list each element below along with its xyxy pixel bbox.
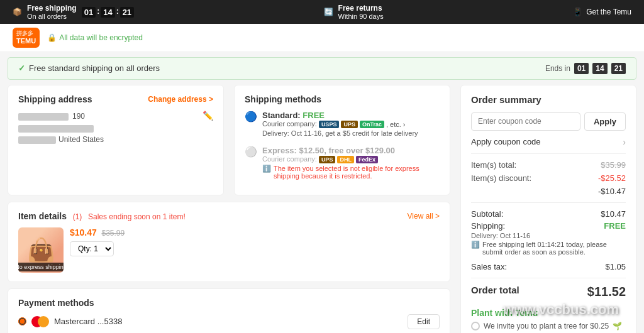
shipping-address-title: Shipping address Change address > (18, 94, 213, 104)
shipping-methods-title: Shipping methods (245, 94, 440, 104)
item-pricing: $10.47 $35.99 (70, 227, 440, 237)
timer-minutes: 14 (101, 7, 114, 18)
radio-unselected-icon: ⚪ (245, 146, 257, 180)
mastercard-icon (31, 316, 49, 327)
order-summary-card: Order summary Apply Apply coupon code › … (460, 85, 636, 333)
qty-select[interactable]: Qty: 1 Qty: 2 Qty: 3 (70, 241, 114, 256)
plant-option[interactable]: We invite you to plant a tree for $0.25 … (471, 322, 626, 330)
item-original-price: $35.99 (101, 229, 125, 237)
payment-methods-title: Payment methods (18, 298, 440, 308)
banner-timer-s: 21 (611, 63, 626, 74)
items-discount-line: Item(s) discount: -$25.52 (471, 173, 626, 183)
order-total-label: Order total (471, 285, 519, 299)
ups-tag2: UPS (319, 156, 336, 163)
items-total-value: $35.99 (601, 160, 626, 170)
change-address-link[interactable]: Change address > (148, 95, 213, 104)
divider1 (471, 202, 626, 203)
standard-label: Standard: FREE (262, 111, 418, 120)
ends-in: Ends in 01 14 21 (545, 63, 626, 74)
country: United States (58, 134, 104, 146)
subtotal-value: $10.47 (601, 209, 626, 219)
shipping-methods-card: Shipping methods 🔵 Standard: FREE Courie… (234, 85, 450, 195)
top-bar-app: 📱 Get the Temu (573, 8, 631, 16)
no-express-badge: No express shipping (18, 263, 64, 271)
shipping-address-card: Shipping address Change address > 190 (8, 85, 224, 195)
shipping-value: FREE (604, 221, 626, 231)
top-bar-shipping: 📦 Free shipping On all orders 01 : 14 : … (13, 4, 134, 20)
order-total-value: $11.52 (587, 285, 626, 299)
sub-discount-line: -$10.47 (471, 187, 626, 196)
coupon-link[interactable]: Apply coupon code › (471, 137, 626, 154)
address-info: 190 United States (18, 111, 104, 146)
chevron-right-icon: › (623, 137, 626, 147)
express-label: Express: $12.50, free over $129.00 (262, 146, 440, 155)
apply-button[interactable]: Apply (584, 112, 626, 131)
address-row: 190 United States ✏️ (18, 111, 213, 146)
item-image: 👜 No express shipping (18, 227, 64, 273)
tree-emoji: 🌱 (613, 322, 622, 330)
plant-radio[interactable] (471, 322, 480, 330)
items-discount-value: -$25.52 (598, 173, 626, 183)
info-icon: ℹ️ (471, 241, 480, 249)
plant-title: Plant with Temu (471, 308, 626, 318)
express-courier: Courier company: UPS DHL FedEx (262, 155, 440, 163)
blurred-addr1 (18, 125, 94, 133)
shipping-banner-text: Free standard shipping on all orders (29, 63, 160, 73)
plant-description: We invite you to plant a tree for $0.25 (484, 322, 609, 330)
free-shipping-note: ℹ️ Free shipping left 01:14:21 today, pl… (471, 241, 626, 256)
ontrac-tag: OnTrac (360, 121, 384, 128)
item-info: $10.47 $35.99 Qty: 1 Qty: 2 Qty: 3 (70, 227, 440, 256)
fedex-tag: FedEx (356, 156, 378, 163)
address-edit-icon[interactable]: ✏️ (203, 111, 213, 121)
encrypt-badge: 🔒 All data will be encrypted (47, 33, 143, 42)
sales-tax-line: Sales tax: $1.05 (471, 262, 626, 271)
item-details-title: Item details (1) Sales ending soon on 1 … (18, 211, 186, 221)
subtotal-label: Subtotal: (471, 209, 503, 219)
top-bar: 📦 Free shipping On all orders 01 : 14 : … (0, 0, 644, 24)
right-panel: Order summary Apply Apply coupon code › … (460, 85, 636, 333)
sales-tax-value: $1.05 (605, 262, 626, 271)
check-icon: ✓ (18, 63, 25, 73)
blurred-name (18, 113, 69, 121)
card-radio[interactable] (18, 317, 26, 325)
express-error: ℹ️ The item you selected is not eligible… (262, 165, 440, 180)
refresh-icon: 🔄 (324, 8, 333, 16)
coupon-row: Apply (471, 112, 626, 131)
banner-timer-h: 01 (574, 63, 589, 74)
phone-icon: 📱 (573, 8, 582, 16)
timer-hours: 01 (82, 7, 96, 18)
items-total-line: Item(s) total: $35.99 (471, 160, 626, 170)
ends-in-label: Ends in (545, 64, 570, 73)
edit-payment-button[interactable]: Edit (408, 314, 440, 329)
shipping-banner-left: ✓ Free standard shipping on all orders (18, 63, 160, 73)
express-shipping-option[interactable]: ⚪ Express: $12.50, free over $129.00 Cou… (245, 146, 440, 180)
shipping-label: Shipping: (471, 221, 505, 231)
radio-selected-icon: 🔵 (245, 111, 257, 139)
delivery-date: Delivery: Oct 11-16 (471, 232, 626, 239)
coupon-input[interactable] (471, 112, 580, 131)
package-icon: 📦 (13, 8, 22, 16)
returns-line1: Free returns (338, 4, 384, 13)
payment-row: Mastercard ...5338 Edit (18, 314, 440, 329)
item-details-card: Item details (1) Sales ending soon on 1 … (8, 202, 450, 282)
standard-free: FREE (303, 111, 325, 120)
shipping-banner: ✓ Free standard shipping on all orders E… (8, 57, 636, 80)
sales-tax-label: Sales tax: (471, 262, 507, 271)
usps-tag: USPS (319, 121, 340, 128)
view-all-link[interactable]: View all > (408, 212, 440, 221)
divider2 (471, 278, 626, 278)
blurred-addr2 (18, 136, 56, 144)
top-bar-returns: 🔄 Free returns Within 90 days (324, 4, 384, 20)
info-circle-icon: ℹ️ (262, 165, 271, 173)
standard-shipping-option[interactable]: 🔵 Standard: FREE Courier company: USPS U… (245, 111, 440, 139)
sub-header: 拼多多 temu 🔒 All data will be encrypted (0, 24, 644, 52)
item-row: 👜 No express shipping $10.47 $35.99 Qty:… (18, 227, 440, 273)
items-total-label: Item(s) total: (471, 160, 516, 170)
standard-delivery: Delivery: Oct 11-16, get a $5 credit for… (262, 128, 418, 139)
items-discount-label: Item(s) discount: (471, 173, 531, 183)
order-total-line: Order total $11.52 (471, 285, 626, 299)
shipping-summary-line: Shipping: FREE (471, 221, 626, 231)
left-panel: Shipping address Change address > 190 (8, 85, 450, 333)
shipping-line2: On all orders (27, 13, 77, 20)
order-summary-title: Order summary (471, 94, 626, 105)
